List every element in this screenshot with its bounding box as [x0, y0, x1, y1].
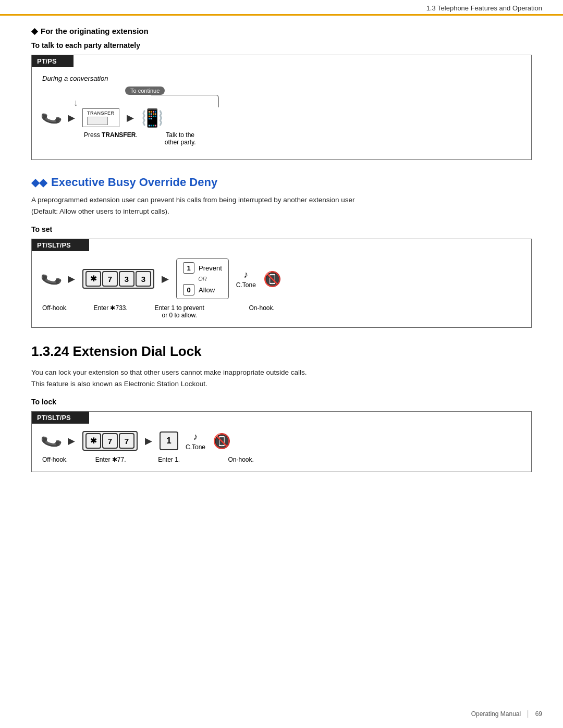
- lock-key-group-inner: ✱ 7 7: [85, 433, 134, 449]
- lock-star-key: ✱: [85, 433, 101, 449]
- lock-onhook-icon: 📵: [213, 433, 231, 450]
- diamond-icon: ◆: [31, 26, 38, 36]
- exec-offhook-icon: 📞: [39, 267, 64, 291]
- ptsltps-lock-box: PT/SLT/PS 📞 ▶ ✱ 7 7 ▶ 1: [31, 411, 532, 472]
- note-icon: ♪: [243, 269, 248, 280]
- ptsltps-exec-label: PT/SLT/PS: [32, 239, 89, 251]
- press-transfer-caption: Press TRANSFER.: [84, 131, 138, 139]
- ptsltps-lock-label: PT/SLT/PS: [32, 412, 89, 424]
- exec-busy-description: A preprogrammed extension user can preve…: [31, 194, 532, 217]
- arrow2: ▶: [127, 112, 134, 124]
- lock-enter1-caption: Enter 1.: [153, 456, 185, 463]
- prevent-label: Prevent: [199, 264, 222, 272]
- lock-ctone: ♪ C.Tone: [186, 431, 205, 451]
- prevent-allow-box: 1 Prevent OR 0 Allow: [176, 258, 229, 299]
- lock-step-row: 📞 ▶ ✱ 7 7 ▶ 1 ♪ C.Tone: [42, 431, 521, 451]
- arrow1: ▶: [68, 112, 75, 124]
- star-733-keys: ✱ 7 3 3: [82, 269, 154, 289]
- exec-ctone: ♪ C.Tone: [236, 269, 256, 289]
- talk-other-party-caption: Talk to the other party.: [160, 131, 201, 146]
- exec-prevent-caption: Enter 1 to prevent or 0 to allow.: [153, 304, 205, 319]
- key-1-circle: 1: [183, 262, 194, 274]
- footer-label: Operating Manual: [471, 710, 521, 718]
- exec-enter-code-caption: Enter ✱733.: [90, 304, 131, 312]
- star-77-keys: ✱ 7 7: [82, 431, 138, 451]
- talk-alternately-heading: To talk to each party alternately: [31, 41, 532, 50]
- during-conversation-label: During a conversation: [42, 75, 521, 82]
- exec-arrow2: ▶: [162, 273, 169, 285]
- or-text: OR: [183, 276, 222, 282]
- ptps-label: PT/PS: [32, 55, 74, 67]
- lock-ctone-text: C.Tone: [186, 443, 205, 451]
- ptps-box: PT/PS During a conversation ↓ To continu…: [31, 55, 532, 160]
- footer-divider: │: [526, 710, 530, 718]
- star-key: ✱: [85, 271, 101, 287]
- transfer-bold: TRANSFER: [102, 131, 136, 139]
- to-lock-label: To lock: [31, 398, 532, 406]
- double-diamond-icon: ◆◆: [31, 176, 47, 189]
- key-7: 7: [102, 271, 118, 287]
- to-set-label: To set: [31, 225, 532, 233]
- ptps-content: During a conversation ↓ To continue: [32, 67, 531, 159]
- key-3a: 3: [119, 271, 134, 287]
- to-continue-pill: To continue: [125, 87, 165, 95]
- lock-onhook-caption: On-hook.: [225, 456, 256, 463]
- ptsltps-lock-content: 📞 ▶ ✱ 7 7 ▶ 1 ♪ C.Tone: [32, 424, 531, 472]
- header-bar: 1.3 Telephone Features and Operation: [0, 0, 563, 16]
- lock-key-1: 1: [160, 431, 178, 450]
- prevent-row: 1 Prevent: [183, 262, 222, 274]
- transfer-key-label: TRANSFER: [87, 110, 115, 116]
- exec-captions: Off-hook. Enter ✱733. Enter 1 to prevent…: [42, 304, 521, 319]
- exec-busy-heading: ◆◆ Executive Busy Override Deny: [31, 176, 532, 189]
- lock-captions: Off-hook. Enter ✱77. Enter 1. On-hook.: [42, 456, 521, 463]
- ptps-step-row: 📞 ▶ TRANSFER ▶ 📳: [42, 107, 521, 128]
- ptsltps-exec-content: 📞 ▶ ✱ 7 3 3 ▶ 1 Prevent: [32, 251, 531, 327]
- main-content: ◆ For the originating extension To talk …: [0, 16, 563, 519]
- footer-page: 69: [535, 710, 542, 718]
- lock-key-7b: 7: [119, 433, 134, 449]
- originating-extension-heading: ◆ For the originating extension: [31, 26, 532, 36]
- key-0-circle: 0: [183, 284, 194, 295]
- transfer-button-illus: TRANSFER: [82, 108, 119, 127]
- lock-arrow1: ▶: [68, 435, 75, 447]
- exec-step-row: 📞 ▶ ✱ 7 3 3 ▶ 1 Prevent: [42, 258, 521, 299]
- lock-offhook-icon: 📞: [39, 429, 64, 453]
- exec-onhook-icon: 📵: [263, 270, 282, 288]
- allow-label: Allow: [199, 286, 215, 294]
- ext-dial-lock-heading: 1.3.24 Extension Dial Lock: [31, 343, 532, 360]
- lock-offhook-caption: Off-hook.: [42, 456, 68, 463]
- ptps-captions: Press TRANSFER. Talk to the other party.: [42, 131, 521, 146]
- ext-dial-lock-description: You can lock your extension so that othe…: [31, 367, 532, 389]
- lock-note-icon: ♪: [193, 431, 198, 442]
- lock-key-7a: 7: [102, 433, 118, 449]
- key-group-inner: ✱ 7 3 3: [85, 271, 151, 287]
- lock-enter-code-caption: Enter ✱77.: [90, 456, 131, 463]
- exec-onhook-caption: On-hook.: [246, 304, 277, 312]
- ptsltps-exec-box: PT/SLT/PS 📞 ▶ ✱ 7 3 3 ▶: [31, 239, 532, 328]
- ringing-phone-icon: 📳: [141, 107, 163, 128]
- exec-offhook-caption: Off-hook.: [42, 304, 68, 312]
- footer: Operating Manual │ 69: [471, 710, 542, 718]
- lock-arrow2: ▶: [145, 435, 152, 447]
- header-title: 1.3 Telephone Features and Operation: [426, 4, 542, 12]
- offhook-phone-icon: 📞: [39, 106, 64, 130]
- ctone-text: C.Tone: [236, 281, 256, 289]
- allow-row: 0 Allow: [183, 284, 222, 295]
- exec-arrow1: ▶: [68, 273, 75, 285]
- key-3b: 3: [136, 271, 151, 287]
